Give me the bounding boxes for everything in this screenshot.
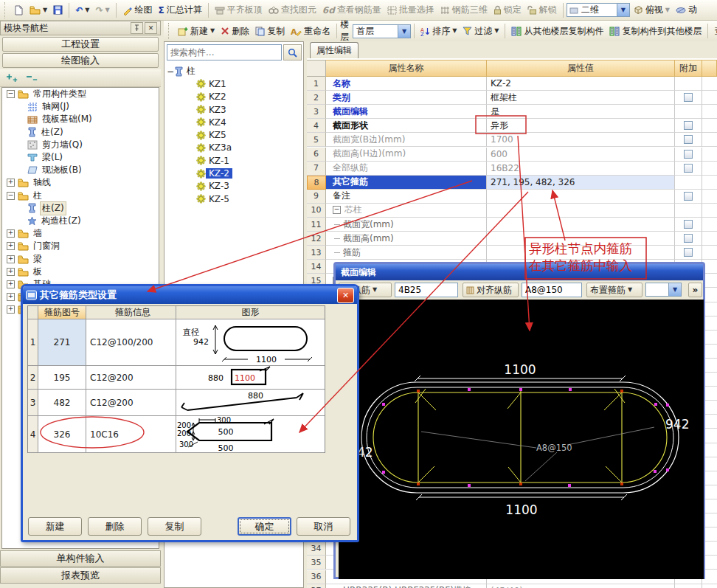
property-row[interactable]: 1名称KZ-2 — [307, 77, 717, 91]
property-value-cell[interactable] — [487, 204, 675, 218]
extra-checkbox[interactable] — [684, 135, 693, 144]
new-file-button[interactable] — [11, 4, 27, 17]
nav-tree-item[interactable]: 柱(Z) — [2, 126, 159, 139]
sort-button[interactable]: AZ排序▼ — [418, 24, 460, 39]
new-component-button[interactable]: 新建▼ — [175, 24, 218, 39]
nav-tree-item[interactable]: 现浇板(B) — [2, 164, 159, 176]
pin-button[interactable] — [131, 22, 143, 34]
nav-tree-item[interactable]: +梁 — [2, 252, 159, 265]
expand-box-icon[interactable]: + — [7, 229, 15, 238]
expand-box-icon[interactable]: + — [7, 293, 15, 301]
component-tree-item[interactable]: KZ5 — [167, 128, 301, 141]
property-name-cell[interactable]: 类别 — [326, 91, 487, 105]
nav-tree-item[interactable]: +墙 — [2, 227, 159, 240]
property-value-cell[interactable]: 框架柱 — [487, 91, 675, 105]
stirrup-info-cell[interactable]: C12@100/200 — [86, 319, 176, 366]
property-row[interactable]: 12截面高(mm) — [307, 232, 717, 246]
component-tree-item[interactable]: KZ3 — [167, 103, 301, 116]
property-row[interactable]: 37HRB335(B)·HRBF335(BF)搭接(45/40) — [307, 584, 717, 588]
dialog-titlebar[interactable]: 其它箍筋类型设置 ✕ — [23, 286, 357, 304]
toolbar-grip[interactable] — [168, 23, 172, 39]
component-tree-item[interactable]: KZ3a — [167, 142, 301, 154]
open-file-button[interactable]: ▼ — [27, 4, 50, 16]
single-component-input-button[interactable]: 单构件输入 — [0, 550, 161, 567]
save-button[interactable] — [50, 4, 66, 16]
align-slab-button[interactable]: 平齐板顶 — [212, 2, 266, 18]
copy-from-floor-button[interactable]: 从其他楼层复制构件 — [508, 24, 606, 39]
longitudinal-value-input[interactable] — [395, 283, 458, 297]
property-row[interactable]: 8其它箍筋271, 195, 482, 326 — [307, 176, 717, 190]
expand-box-icon[interactable]: + — [7, 242, 15, 250]
copy-button[interactable]: 复制 — [252, 24, 288, 39]
nav-tree-item[interactable]: 构造柱(Z) — [2, 215, 159, 227]
property-row[interactable]: 7全部纵筋16B22 — [307, 162, 717, 176]
property-value-cell[interactable] — [487, 246, 675, 260]
stirrup-style-select[interactable]: ▼ — [645, 283, 682, 297]
property-name-cell[interactable]: 截面宽(mm) — [326, 218, 487, 232]
sum-calc-button[interactable]: Σ汇总计算 — [156, 2, 205, 18]
nav-tree-item[interactable]: 柱(Z) — [2, 202, 159, 215]
stirrup-code-cell[interactable]: 195 — [38, 366, 86, 390]
property-name-cell[interactable]: 截面宽(B边)(mm) — [326, 133, 487, 147]
search-input[interactable] — [167, 44, 282, 60]
property-row[interactable]: 2类别框架柱 — [307, 91, 717, 105]
dialog-new-button[interactable]: 新建 — [28, 517, 82, 536]
report-preview-button[interactable]: 报表预览 — [0, 567, 161, 584]
dialog-delete-button[interactable]: 删除 — [88, 517, 142, 536]
nav-tree-item[interactable]: 轴网(J) — [2, 100, 159, 113]
property-row[interactable]: 3截面编辑是 — [307, 105, 717, 119]
property-row[interactable]: 6截面高(H边)(mm)600 — [307, 148, 717, 162]
tab-property-edit[interactable]: 属性编辑 — [310, 42, 358, 58]
property-value-cell[interactable] — [487, 190, 675, 204]
nav-close-button[interactable]: ✕ — [145, 22, 157, 34]
draw-input-button[interactable]: 绘图输入 — [2, 53, 159, 68]
expand-box-icon[interactable]: + — [7, 280, 15, 288]
collapse-box-icon[interactable]: − — [333, 206, 341, 214]
stirrup-code-cell[interactable]: 271 — [38, 319, 86, 366]
stirrup-info-cell[interactable]: 10C16 — [86, 416, 176, 453]
batch-select-button[interactable]: 批量选择 — [384, 2, 437, 18]
stirrup-info-cell[interactable]: C12@200 — [86, 390, 176, 416]
property-row[interactable]: 13箍筋 — [307, 246, 717, 260]
property-name-cell[interactable]: 截面高(mm) — [326, 232, 487, 246]
stirrup-value-input[interactable] — [522, 283, 582, 297]
stirrup-info-cell[interactable]: C12@200 — [86, 366, 176, 390]
section-editor-titlebar[interactable]: 截面编辑 — [336, 264, 703, 280]
nav-tree-item[interactable]: +轴线 — [2, 176, 159, 189]
expand-box-icon[interactable]: + — [7, 305, 15, 314]
extra-checkbox[interactable] — [684, 192, 693, 201]
extra-checkbox[interactable] — [684, 234, 693, 243]
collapse-box-icon[interactable]: − — [167, 66, 174, 77]
rebar-3d-button[interactable]: 钢筋三维 — [437, 2, 491, 18]
nav-tree-item[interactable]: −常用构件类型 — [2, 88, 159, 100]
expand-box-icon[interactable]: + — [7, 268, 15, 276]
copy-to-floor-button[interactable]: 复制构件到其他楼层 — [606, 24, 704, 39]
collapse-box-icon[interactable]: − — [7, 192, 15, 200]
dialog-ok-button[interactable]: 确定 — [238, 517, 291, 536]
extra-checkbox[interactable] — [684, 93, 693, 102]
dialog-close-button[interactable]: ✕ — [337, 288, 354, 303]
component-tree-item[interactable]: KZ2 — [167, 91, 301, 103]
undo-button[interactable]: ↶▼ — [72, 4, 92, 17]
draw-button[interactable]: 绘图 — [119, 2, 156, 18]
lock-button[interactable]: 锁定 — [491, 2, 524, 18]
toolbar-grip[interactable] — [4, 2, 8, 18]
floor-select[interactable]: 首层▼ — [353, 24, 411, 38]
align-longitudinal-button[interactable]: 对齐纵筋 — [463, 283, 519, 297]
property-row[interactable]: 9备注 — [307, 190, 717, 204]
dialog-cancel-button[interactable]: 取消 — [297, 517, 350, 536]
property-value-cell[interactable] — [487, 218, 675, 232]
view-rebar-button[interactable]: 6d查看钢筋量 — [319, 2, 384, 18]
property-name-cell[interactable]: 截面高(H边)(mm) — [326, 148, 487, 162]
extra-checkbox[interactable] — [684, 121, 693, 130]
stirrup-code-cell[interactable]: 482 — [38, 390, 86, 416]
property-value-cell[interactable]: 1700 — [487, 133, 675, 147]
component-tree-item[interactable]: KZ1 — [167, 77, 301, 90]
nav-tree-item[interactable]: 筏板基础(M) — [2, 113, 159, 125]
nav-tree-item[interactable]: +板 — [2, 266, 159, 278]
extra-checkbox[interactable] — [684, 248, 693, 257]
nav-tree-item[interactable]: +门窗洞 — [2, 240, 159, 252]
top-view-button[interactable]: 俯视▼ — [630, 2, 673, 18]
property-name-cell[interactable]: 备注 — [326, 190, 487, 204]
redo-button[interactable]: ↷▼ — [92, 4, 112, 17]
